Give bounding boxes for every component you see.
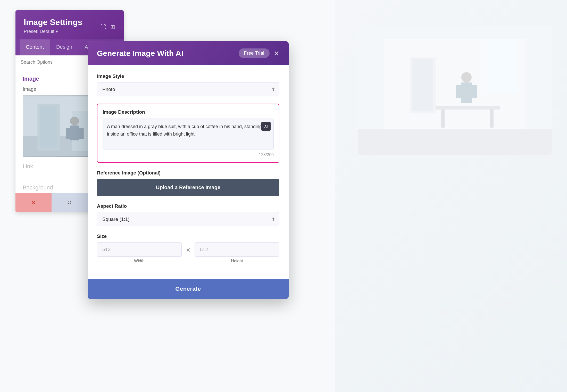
image-description-group: Image Description A man dressed in a gra… xyxy=(97,104,279,163)
tab-design[interactable]: Design xyxy=(50,39,78,55)
char-count: 128/200 xyxy=(103,153,274,157)
ai-dialog: Generate Image With AI Free Trial ✕ Imag… xyxy=(88,41,289,299)
free-trial-badge[interactable]: Free Trial xyxy=(239,48,270,58)
undo-icon: ↺ xyxy=(67,199,72,206)
more-icon[interactable]: ⋮ xyxy=(119,24,124,30)
width-label: Width xyxy=(134,259,145,263)
description-textarea[interactable]: A man dressed in a gray blue suit, with … xyxy=(103,119,274,149)
width-group: Width xyxy=(97,242,182,263)
dialog-header-right: Free Trial ✕ xyxy=(239,48,279,58)
aspect-ratio-select-wrapper: Square (1:1) Landscape (16:9) Portrait (… xyxy=(97,212,279,226)
height-group: Height xyxy=(195,242,279,263)
size-row: Width ✕ Height xyxy=(97,242,279,263)
height-label: Height xyxy=(231,259,243,263)
description-textarea-wrapper: A man dressed in a gray blue suit, with … xyxy=(103,119,274,151)
reference-image-group: Reference Image (Optional) Upload a Refe… xyxy=(97,170,279,196)
reference-image-label: Reference Image (Optional) xyxy=(97,170,279,176)
aspect-ratio-group: Aspect Ratio Square (1:1) Landscape (16:… xyxy=(97,203,279,226)
dialog-header: Generate Image With AI Free Trial ✕ xyxy=(88,41,289,65)
undo-button[interactable]: ↺ xyxy=(52,193,88,212)
fullscreen-icon[interactable]: ⛶ xyxy=(101,24,106,30)
width-input[interactable] xyxy=(97,242,182,257)
image-style-group: Image Style Photo Illustration Digital A… xyxy=(97,73,279,96)
svg-rect-14 xyxy=(358,26,552,155)
dialog-title: Generate Image With AI xyxy=(97,49,183,58)
image-style-select-wrapper: Photo Illustration Digital Art Painting … xyxy=(97,82,279,96)
cancel-button[interactable]: ✕ xyxy=(15,193,52,212)
ai-enhance-button[interactable]: AI xyxy=(261,122,271,131)
aspect-ratio-select[interactable]: Square (1:1) Landscape (16:9) Portrait (… xyxy=(97,212,279,226)
sidebar-header: Image Settings Preset: Default ▾ ⛶ ⊞ ⋮ xyxy=(15,10,124,39)
right-background xyxy=(335,0,567,392)
sidebar-header-icons: ⛶ ⊞ ⋮ xyxy=(101,24,124,30)
height-input[interactable] xyxy=(195,242,279,257)
size-separator: ✕ xyxy=(186,247,190,254)
aspect-ratio-label: Aspect Ratio xyxy=(97,203,279,209)
split-icon[interactable]: ⊞ xyxy=(110,24,115,30)
tab-content[interactable]: Content xyxy=(20,39,50,55)
dialog-body: Image Style Photo Illustration Digital A… xyxy=(88,65,289,279)
size-group: Size Width ✕ Height xyxy=(97,233,279,263)
size-label: Size xyxy=(97,233,279,239)
image-description-label: Image Description xyxy=(103,109,274,115)
upload-reference-button[interactable]: Upload a Reference Image xyxy=(97,179,279,196)
image-style-label: Image Style xyxy=(97,73,279,79)
image-style-select[interactable]: Photo Illustration Digital Art Painting xyxy=(97,82,279,96)
generate-button[interactable]: Generate xyxy=(88,279,289,299)
close-button[interactable]: ✕ xyxy=(274,50,279,57)
room-background-image xyxy=(358,26,552,155)
cancel-icon: ✕ xyxy=(31,199,36,206)
